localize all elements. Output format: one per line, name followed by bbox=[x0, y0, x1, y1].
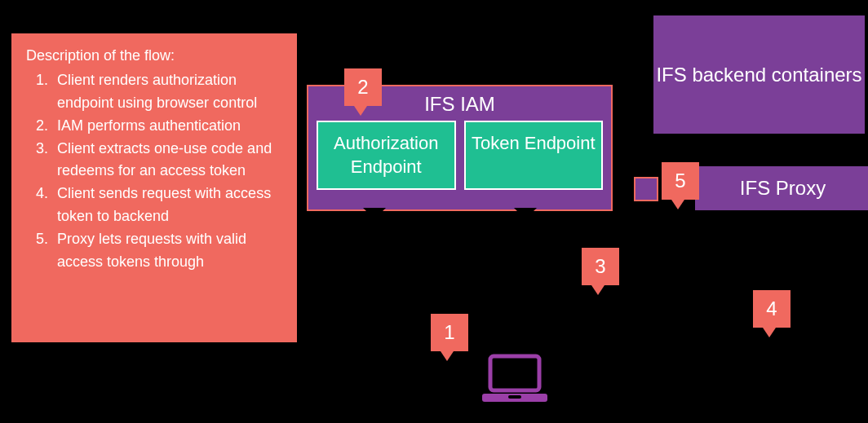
svg-marker-0 bbox=[363, 208, 386, 219]
token-endpoint: Token Endpoint bbox=[464, 121, 604, 190]
callout-2-number: 2 bbox=[357, 76, 368, 99]
callout-4: 4 bbox=[753, 290, 790, 328]
auth-endpoint-connector-icon bbox=[363, 208, 386, 223]
callout-1-number: 1 bbox=[444, 321, 454, 344]
ifs-backend-box: IFS backend containers bbox=[653, 15, 865, 134]
step-5: Proxy lets requests with valid access to… bbox=[52, 228, 282, 274]
description-steps: Client renders authorization endpoint us… bbox=[26, 69, 282, 274]
description-title: Description of the flow: bbox=[26, 45, 282, 68]
svg-marker-1 bbox=[514, 208, 537, 219]
ifs-proxy-box: IFS Proxy bbox=[695, 166, 868, 210]
callout-5-number: 5 bbox=[675, 170, 685, 192]
iam-endpoints: Authorization Endpoint Token Endpoint bbox=[308, 121, 611, 190]
step-1: Client renders authorization endpoint us… bbox=[52, 69, 282, 115]
svg-rect-4 bbox=[508, 395, 521, 399]
backend-label: IFS backend containers bbox=[656, 62, 861, 87]
svg-rect-2 bbox=[490, 356, 539, 390]
proxy-connector bbox=[634, 177, 658, 201]
step-2: IAM performs authentication bbox=[52, 115, 282, 138]
authorization-endpoint: Authorization Endpoint bbox=[317, 121, 456, 190]
callout-3-number: 3 bbox=[595, 255, 605, 278]
callout-1: 1 bbox=[431, 314, 468, 351]
flow-description: Description of the flow: Client renders … bbox=[11, 33, 297, 342]
step-4: Client sends request with access token t… bbox=[52, 183, 282, 228]
client-laptop-icon bbox=[480, 353, 549, 406]
step-3: Client extracts one-use code and redeems… bbox=[52, 138, 282, 183]
callout-2: 2 bbox=[344, 68, 382, 106]
proxy-label: IFS Proxy bbox=[740, 177, 826, 200]
callout-3: 3 bbox=[582, 248, 619, 285]
callout-5: 5 bbox=[662, 162, 699, 200]
callout-4-number: 4 bbox=[766, 297, 777, 320]
token-endpoint-connector-icon bbox=[514, 208, 537, 223]
